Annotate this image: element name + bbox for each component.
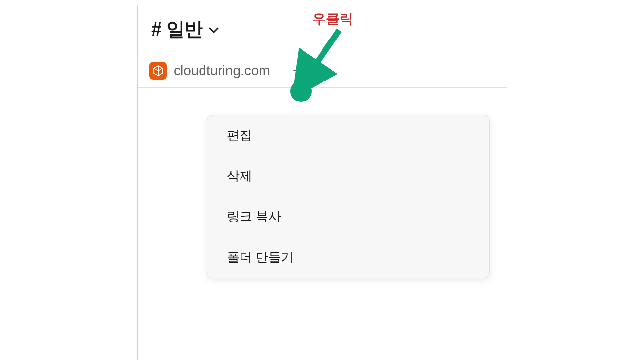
menu-item-create-folder[interactable]: 폴더 만들기 bbox=[207, 237, 489, 278]
add-bookmark-button[interactable]: + bbox=[293, 63, 302, 78]
context-menu: 편집 삭제 링크 복사 폴더 만들기 bbox=[207, 115, 490, 278]
chevron-down-icon bbox=[209, 27, 219, 36]
annotation-label: 우클릭 bbox=[312, 10, 353, 28]
bookmark-link[interactable]: cloudturing.com bbox=[174, 63, 270, 79]
bookmark-bar: cloudturing.com + bbox=[138, 54, 507, 88]
channel-prefix: # bbox=[151, 19, 161, 40]
bookmark-site-icon bbox=[149, 62, 167, 80]
menu-item-delete[interactable]: 삭제 bbox=[207, 156, 489, 196]
channel-title: # 일반 bbox=[151, 17, 203, 42]
channel-name: 일반 bbox=[166, 19, 203, 40]
menu-item-edit[interactable]: 편집 bbox=[207, 115, 489, 156]
annotation-target-dot bbox=[290, 81, 312, 102]
menu-item-copy-link[interactable]: 링크 복사 bbox=[207, 196, 489, 237]
